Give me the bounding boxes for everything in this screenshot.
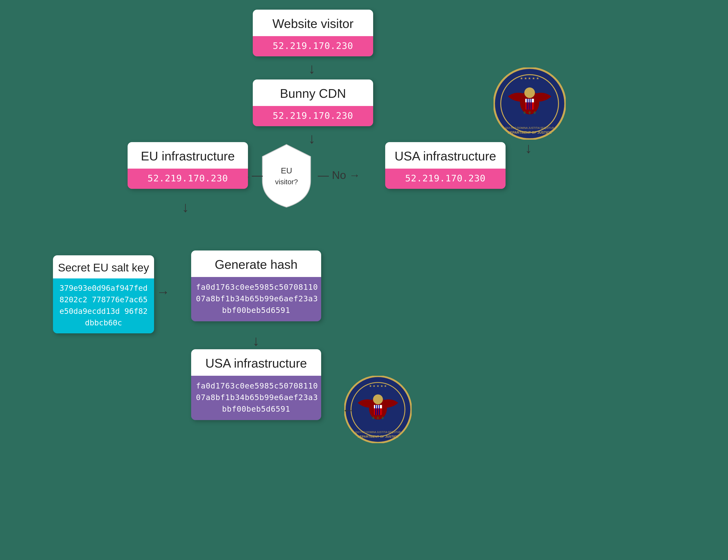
eu-infrastructure-ip: 52.219.170.230: [128, 169, 248, 189]
svg-point-11: [530, 92, 534, 95]
usa-infrastructure-bottom-title: USA infrastructure: [191, 349, 321, 376]
shield-icon: EU visitor?: [258, 142, 316, 210]
svg-text:QUI PRO DOMINA JUSTITIA SEQUIT: QUI PRO DOMINA JUSTITIA SEQUITUR: [355, 431, 400, 434]
svg-text:EU: EU: [281, 166, 292, 175]
arrow-doj-top: ↓: [525, 140, 532, 156]
generate-hash-value: fa0d1763c0ee5985c5070811007a8bf1b34b65b9…: [191, 277, 321, 321]
svg-text:★ ★ ★ ★ ★: ★ ★ ★ ★ ★: [520, 76, 539, 80]
eu-infrastructure-box: EU infrastructure 52.219.170.230: [128, 142, 248, 189]
no-label: — No →: [318, 169, 360, 182]
bunny-cdn-title: Bunny CDN: [253, 79, 373, 106]
svg-text:visitor?: visitor?: [275, 178, 298, 186]
arrow-5: ↓: [252, 332, 260, 349]
secret-key-title: Secret EU salt key: [53, 255, 154, 278]
website-visitor-box: Website visitor 52.219.170.230: [253, 10, 373, 56]
usa-infrastructure-top-ip: 52.219.170.230: [385, 169, 505, 189]
usa-infrastructure-top-box: USA infrastructure 52.219.170.230: [385, 142, 505, 189]
svg-text:⚘ ⚘ ⚘: ⚘ ⚘ ⚘: [371, 416, 384, 421]
arrow-4: →: [157, 284, 170, 300]
arrow-3: ↓: [182, 199, 189, 215]
svg-text:★ ★ ★ ★ ★: ★ ★ ★ ★ ★: [369, 384, 387, 388]
bunny-cdn-box: Bunny CDN 52.219.170.230: [253, 79, 373, 126]
eu-infrastructure-title: EU infrastructure: [128, 142, 248, 169]
svg-point-25: [378, 398, 382, 402]
doj-seal-top: ★ ★ ★ ★ ★ DEPARTMENT OF JUSTICE QUI PRO …: [493, 67, 566, 140]
generate-hash-title: Generate hash: [191, 250, 321, 277]
bunny-cdn-ip: 52.219.170.230: [253, 106, 373, 126]
arrow-1: ↓: [308, 60, 316, 77]
svg-text:⚘ ⚘ ⚘: ⚘ ⚘ ⚘: [523, 111, 537, 115]
usa-infrastructure-bottom-value: fa0d1763c0ee5985c5070811007a8bf1b34b65b9…: [191, 376, 321, 420]
svg-text:DEPARTMENT OF JUSTICE: DEPARTMENT OF JUSTICE: [358, 435, 398, 438]
arrow-doj-bottom: →: [342, 402, 355, 418]
secret-key-box: Secret EU salt key 379e93e0d96af947fed82…: [53, 255, 154, 333]
diagram: Website visitor 52.219.170.230 ↓ Bunny C…: [0, 0, 728, 560]
generate-hash-box: Generate hash fa0d1763c0ee5985c507081100…: [191, 250, 321, 321]
usa-infrastructure-top-title: USA infrastructure: [385, 142, 505, 169]
svg-text:DEPARTMENT OF JUSTICE: DEPARTMENT OF JUSTICE: [508, 131, 552, 134]
website-visitor-ip: 52.219.170.230: [253, 36, 373, 56]
secret-key-value: 379e93e0d96af947fed8202c2 778776e7ac65e5…: [53, 278, 154, 333]
svg-text:QUI PRO DOMINA JUSTITIA SEQUIT: QUI PRO DOMINA JUSTITIA SEQUITUR: [505, 126, 554, 129]
usa-infrastructure-bottom-box: USA infrastructure fa0d1763c0ee5985c5070…: [191, 349, 321, 420]
website-visitor-title: Website visitor: [253, 10, 373, 36]
